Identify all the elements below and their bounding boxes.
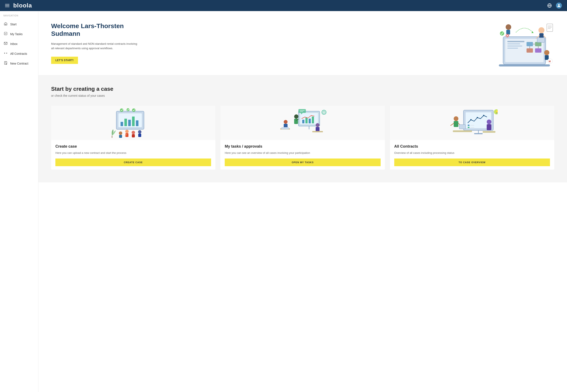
all-contracts-body: All Contracts Overview of all cases incl… [390, 140, 554, 155]
svg-rect-17 [507, 41, 525, 42]
svg-point-66 [138, 130, 141, 134]
svg-rect-98 [468, 127, 470, 128]
hamburger-menu[interactable] [5, 4, 9, 7]
bottom-title: Start by creating a case [51, 86, 554, 92]
svg-point-64 [132, 131, 135, 134]
all-contracts-illustration: 💡 [390, 106, 554, 140]
svg-rect-33 [537, 38, 545, 42]
globe-icon[interactable] [547, 2, 553, 9]
sidebar-nav-label: NAVIGATION [0, 14, 38, 19]
sidebar-item-all-contracts-label: All Contracts [10, 52, 27, 56]
svg-rect-52 [124, 119, 127, 126]
sidebar-item-new-contract[interactable]: New Contract [0, 59, 38, 68]
svg-rect-111 [483, 131, 496, 133]
my-tasks-card: My tasks / approvals Here you can see an… [221, 106, 385, 169]
svg-rect-72 [305, 118, 308, 123]
svg-point-83 [316, 123, 319, 127]
sidebar-item-all-contracts[interactable]: All Contracts [0, 49, 38, 59]
create-case-card: Create case Here you can upload a new co… [51, 106, 215, 169]
top-navigation: bloola [0, 0, 567, 11]
svg-point-34 [506, 24, 511, 30]
svg-rect-109 [487, 124, 491, 130]
svg-rect-53 [128, 120, 131, 126]
create-case-body: Create case Here you can upload a new co… [51, 140, 215, 155]
svg-rect-22 [535, 42, 541, 46]
main-content: Welcome Lars-Thorsten Sudmann Management… [38, 11, 567, 392]
svg-rect-84 [316, 127, 319, 132]
svg-point-3 [558, 4, 560, 6]
all-contracts-title: All Contracts [394, 144, 550, 149]
all-contracts-desc: Overview of all cases including processi… [394, 151, 550, 155]
topnav-right [547, 2, 562, 9]
contracts-icon [3, 51, 8, 56]
create-case-button[interactable]: CREATE CASE [55, 158, 211, 166]
create-case-footer: CREATE CASE [51, 155, 215, 169]
svg-point-96 [483, 115, 484, 116]
svg-rect-20 [507, 48, 518, 49]
sidebar-item-inbox-label: Inbox [10, 42, 17, 46]
all-contracts-card: 💡 All Contracts Overview of all cases in… [390, 106, 554, 169]
sidebar-item-new-contract-label: New Contract [10, 62, 28, 65]
svg-point-37 [500, 31, 504, 36]
my-tasks-desc: Here you can see an overview of all case… [225, 151, 380, 155]
my-tasks-title: My tasks / approvals [225, 144, 380, 149]
svg-point-59 [119, 131, 122, 135]
svg-rect-104 [454, 121, 458, 127]
svg-rect-65 [132, 134, 135, 137]
svg-point-56 [120, 109, 123, 112]
svg-rect-73 [309, 119, 311, 123]
svg-text:M: M [549, 60, 551, 63]
svg-rect-23 [526, 48, 533, 53]
svg-point-95 [477, 117, 478, 118]
create-case-title: Create case [55, 144, 211, 149]
svg-point-94 [470, 119, 471, 120]
hero-content: Welcome Lars-Thorsten Sudmann Management… [51, 22, 140, 64]
svg-point-103 [454, 116, 458, 121]
welcome-title: Welcome Lars-Thorsten Sudmann [51, 22, 140, 38]
svg-rect-5 [4, 32, 7, 35]
svg-point-87 [323, 111, 325, 113]
my-tasks-body: My tasks / approvals Here you can see an… [221, 140, 385, 155]
svg-rect-67 [138, 134, 141, 137]
cards-row: Create case Here you can upload a new co… [51, 106, 554, 169]
sidebar-item-start[interactable]: Start [0, 19, 38, 29]
svg-rect-46 [545, 55, 549, 60]
bottom-section: Start by creating a case or check the cu… [38, 75, 567, 182]
user-avatar[interactable] [556, 2, 562, 9]
topnav-left: bloola [5, 2, 32, 9]
home-icon [3, 22, 8, 27]
all-contracts-footer: TO CASE OVERVIEW [390, 155, 554, 169]
svg-rect-74 [312, 116, 314, 123]
svg-rect-35 [506, 30, 510, 35]
svg-rect-28 [499, 64, 550, 67]
svg-rect-51 [121, 122, 123, 126]
open-my-tasks-button[interactable]: OPEN MY TASKS [225, 158, 380, 166]
svg-point-86 [322, 110, 326, 114]
new-contract-icon [3, 61, 8, 66]
svg-rect-21 [526, 42, 533, 46]
svg-rect-97 [468, 125, 470, 126]
sidebar-item-inbox[interactable]: Inbox [0, 39, 38, 49]
hero-description: Management of standard and NON-standard … [51, 42, 140, 51]
svg-rect-18 [507, 43, 520, 44]
lets-start-button[interactable]: LET'S START! [51, 57, 78, 64]
my-tasks-illustration [221, 106, 385, 140]
inbox-icon [3, 42, 8, 46]
hero-illustration: M [495, 20, 554, 67]
svg-rect-71 [302, 120, 304, 123]
create-case-illustration [51, 106, 215, 140]
svg-rect-19 [507, 46, 522, 46]
svg-rect-82 [281, 127, 289, 129]
svg-point-58 [132, 109, 136, 112]
svg-point-79 [284, 120, 288, 124]
svg-rect-4 [5, 24, 6, 25]
to-case-overview-button[interactable]: TO CASE OVERVIEW [394, 158, 550, 166]
create-case-desc: Here you can upload a new contract and s… [55, 151, 211, 155]
sidebar-item-my-tasks[interactable]: My Tasks [0, 29, 38, 39]
svg-rect-55 [136, 120, 138, 126]
hero-section: Welcome Lars-Thorsten Sudmann Management… [38, 11, 567, 75]
svg-rect-107 [459, 125, 466, 129]
my-tasks-footer: OPEN MY TASKS [221, 155, 385, 169]
svg-rect-60 [119, 135, 122, 138]
page-layout: NAVIGATION Start My Tasks Inbox All Cont… [0, 11, 567, 392]
